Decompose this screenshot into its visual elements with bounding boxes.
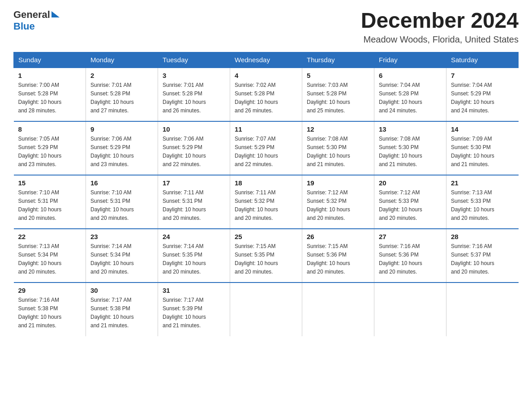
day-info: Sunrise: 7:01 AM Sunset: 5:28 PM Dayligh… <box>90 81 153 116</box>
month-title: December 2024 <box>361 9 519 33</box>
column-header-saturday: Saturday <box>446 52 519 68</box>
day-info: Sunrise: 7:16 AM Sunset: 5:37 PM Dayligh… <box>451 242 514 277</box>
calendar-cell: 31 Sunrise: 7:17 AM Sunset: 5:39 PM Dayl… <box>158 283 230 336</box>
day-info: Sunrise: 7:05 AM Sunset: 5:29 PM Dayligh… <box>18 135 82 169</box>
calendar-week-row: 22 Sunrise: 7:13 AM Sunset: 5:34 PM Dayl… <box>14 229 519 283</box>
day-info: Sunrise: 7:11 AM Sunset: 5:32 PM Dayligh… <box>235 188 297 223</box>
day-info: Sunrise: 7:08 AM Sunset: 5:30 PM Dayligh… <box>307 135 369 169</box>
calendar-week-row: 29 Sunrise: 7:16 AM Sunset: 5:38 PM Dayl… <box>14 283 519 336</box>
logo: General Blue <box>13 9 60 32</box>
day-info: Sunrise: 7:13 AM Sunset: 5:33 PM Dayligh… <box>451 188 514 223</box>
column-header-friday: Friday <box>374 52 446 68</box>
calendar-cell: 1 Sunrise: 7:00 AM Sunset: 5:28 PM Dayli… <box>14 68 86 121</box>
day-info: Sunrise: 7:14 AM Sunset: 5:35 PM Dayligh… <box>163 242 225 277</box>
calendar-cell: 24 Sunrise: 7:14 AM Sunset: 5:35 PM Dayl… <box>158 229 230 283</box>
day-number: 12 <box>307 125 369 133</box>
column-header-wednesday: Wednesday <box>230 52 302 68</box>
calendar-cell: 9 Sunrise: 7:06 AM Sunset: 5:29 PM Dayli… <box>86 121 158 175</box>
calendar-cell: 8 Sunrise: 7:05 AM Sunset: 5:29 PM Dayli… <box>14 121 86 175</box>
calendar-cell: 27 Sunrise: 7:16 AM Sunset: 5:36 PM Dayl… <box>374 229 446 283</box>
day-number: 9 <box>90 125 153 133</box>
day-info: Sunrise: 7:06 AM Sunset: 5:29 PM Dayligh… <box>163 135 225 169</box>
calendar-cell: 30 Sunrise: 7:17 AM Sunset: 5:38 PM Dayl… <box>86 283 158 336</box>
day-info: Sunrise: 7:09 AM Sunset: 5:30 PM Dayligh… <box>451 135 514 169</box>
day-info: Sunrise: 7:14 AM Sunset: 5:34 PM Dayligh… <box>90 242 153 277</box>
calendar-cell: 21 Sunrise: 7:13 AM Sunset: 5:33 PM Dayl… <box>446 175 519 229</box>
day-number: 22 <box>18 233 82 240</box>
page-header: General Blue December 2024 Meadow Woods,… <box>13 9 519 45</box>
logo-arrow-icon <box>51 11 60 17</box>
calendar-cell: 15 Sunrise: 7:10 AM Sunset: 5:31 PM Dayl… <box>14 175 86 229</box>
day-number: 4 <box>235 72 297 79</box>
day-number: 8 <box>18 125 82 133</box>
day-number: 17 <box>163 179 225 187</box>
calendar-cell: 16 Sunrise: 7:10 AM Sunset: 5:31 PM Dayl… <box>86 175 158 229</box>
day-number: 31 <box>163 287 225 294</box>
day-number: 6 <box>379 72 442 79</box>
day-info: Sunrise: 7:17 AM Sunset: 5:39 PM Dayligh… <box>163 296 225 330</box>
day-info: Sunrise: 7:16 AM Sunset: 5:38 PM Dayligh… <box>18 296 82 330</box>
day-number: 19 <box>307 179 369 187</box>
day-info: Sunrise: 7:06 AM Sunset: 5:29 PM Dayligh… <box>90 135 153 169</box>
calendar-cell <box>374 283 446 336</box>
day-number: 11 <box>235 125 297 133</box>
calendar-cell: 11 Sunrise: 7:07 AM Sunset: 5:29 PM Dayl… <box>230 121 302 175</box>
day-number: 13 <box>379 125 442 133</box>
day-info: Sunrise: 7:00 AM Sunset: 5:28 PM Dayligh… <box>18 81 82 116</box>
day-number: 15 <box>18 179 82 187</box>
calendar-cell: 10 Sunrise: 7:06 AM Sunset: 5:29 PM Dayl… <box>158 121 230 175</box>
day-number: 14 <box>451 125 514 133</box>
calendar-cell: 17 Sunrise: 7:11 AM Sunset: 5:31 PM Dayl… <box>158 175 230 229</box>
day-info: Sunrise: 7:08 AM Sunset: 5:30 PM Dayligh… <box>379 135 442 169</box>
day-info: Sunrise: 7:11 AM Sunset: 5:31 PM Dayligh… <box>163 188 225 223</box>
calendar-cell: 6 Sunrise: 7:04 AM Sunset: 5:28 PM Dayli… <box>374 68 446 121</box>
calendar-cell: 7 Sunrise: 7:04 AM Sunset: 5:29 PM Dayli… <box>446 68 519 121</box>
calendar-cell: 3 Sunrise: 7:01 AM Sunset: 5:28 PM Dayli… <box>158 68 230 121</box>
day-info: Sunrise: 7:02 AM Sunset: 5:28 PM Dayligh… <box>235 81 297 116</box>
day-number: 18 <box>235 179 297 187</box>
day-number: 29 <box>18 287 82 294</box>
day-number: 25 <box>235 233 297 240</box>
day-info: Sunrise: 7:17 AM Sunset: 5:38 PM Dayligh… <box>90 296 153 330</box>
column-header-monday: Monday <box>86 52 158 68</box>
day-info: Sunrise: 7:04 AM Sunset: 5:28 PM Dayligh… <box>379 81 442 116</box>
day-number: 27 <box>379 233 442 240</box>
calendar-cell: 12 Sunrise: 7:08 AM Sunset: 5:30 PM Dayl… <box>302 121 374 175</box>
calendar-cell <box>302 283 374 336</box>
day-info: Sunrise: 7:03 AM Sunset: 5:28 PM Dayligh… <box>307 81 369 116</box>
day-info: Sunrise: 7:10 AM Sunset: 5:31 PM Dayligh… <box>90 188 153 223</box>
logo-general-text: General <box>13 9 50 21</box>
day-number: 7 <box>451 72 514 79</box>
day-number: 21 <box>451 179 514 187</box>
calendar-header-row: SundayMondayTuesdayWednesdayThursdayFrid… <box>14 52 519 68</box>
day-number: 20 <box>379 179 442 187</box>
day-number: 10 <box>163 125 225 133</box>
logo-blue-text: Blue <box>13 21 35 32</box>
day-number: 2 <box>90 72 153 79</box>
calendar-cell: 14 Sunrise: 7:09 AM Sunset: 5:30 PM Dayl… <box>446 121 519 175</box>
column-header-tuesday: Tuesday <box>158 52 230 68</box>
calendar-cell: 22 Sunrise: 7:13 AM Sunset: 5:34 PM Dayl… <box>14 229 86 283</box>
calendar-cell: 18 Sunrise: 7:11 AM Sunset: 5:32 PM Dayl… <box>230 175 302 229</box>
calendar-cell: 13 Sunrise: 7:08 AM Sunset: 5:30 PM Dayl… <box>374 121 446 175</box>
day-number: 28 <box>451 233 514 240</box>
calendar-week-row: 8 Sunrise: 7:05 AM Sunset: 5:29 PM Dayli… <box>14 121 519 175</box>
calendar-cell: 25 Sunrise: 7:15 AM Sunset: 5:35 PM Dayl… <box>230 229 302 283</box>
day-info: Sunrise: 7:13 AM Sunset: 5:34 PM Dayligh… <box>18 242 82 277</box>
day-info: Sunrise: 7:16 AM Sunset: 5:36 PM Dayligh… <box>379 242 442 277</box>
calendar-cell: 29 Sunrise: 7:16 AM Sunset: 5:38 PM Dayl… <box>14 283 86 336</box>
calendar-table: SundayMondayTuesdayWednesdayThursdayFrid… <box>13 52 519 336</box>
title-area: December 2024 Meadow Woods, Florida, Uni… <box>361 9 519 45</box>
calendar-cell: 4 Sunrise: 7:02 AM Sunset: 5:28 PM Dayli… <box>230 68 302 121</box>
day-info: Sunrise: 7:12 AM Sunset: 5:33 PM Dayligh… <box>379 188 442 223</box>
calendar-cell: 28 Sunrise: 7:16 AM Sunset: 5:37 PM Dayl… <box>446 229 519 283</box>
day-number: 3 <box>163 72 225 79</box>
calendar-cell: 5 Sunrise: 7:03 AM Sunset: 5:28 PM Dayli… <box>302 68 374 121</box>
day-number: 23 <box>90 233 153 240</box>
day-info: Sunrise: 7:12 AM Sunset: 5:32 PM Dayligh… <box>307 188 369 223</box>
day-info: Sunrise: 7:15 AM Sunset: 5:36 PM Dayligh… <box>307 242 369 277</box>
calendar-cell: 20 Sunrise: 7:12 AM Sunset: 5:33 PM Dayl… <box>374 175 446 229</box>
location-subtitle: Meadow Woods, Florida, United States <box>361 34 519 45</box>
calendar-cell: 19 Sunrise: 7:12 AM Sunset: 5:32 PM Dayl… <box>302 175 374 229</box>
calendar-cell: 26 Sunrise: 7:15 AM Sunset: 5:36 PM Dayl… <box>302 229 374 283</box>
